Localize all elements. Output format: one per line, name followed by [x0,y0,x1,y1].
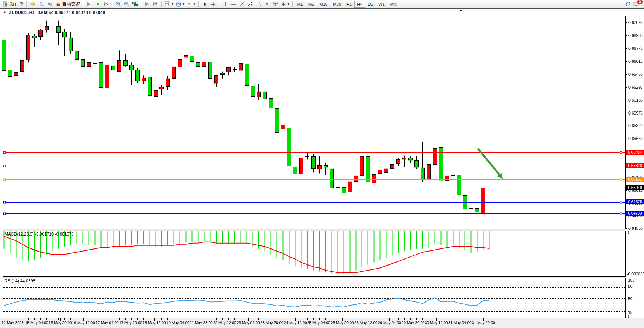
templates-button[interactable]: ▼ [186,0,197,8]
price-axis-tick: 0.65820 [628,123,643,128]
zoom-out-button[interactable] [123,0,131,8]
vertical-line-icon [222,1,228,7]
timeframe-button-h1[interactable]: H1 [344,1,354,8]
time-axis-label: 31 May 20:00 [472,321,495,325]
price-level-badge: 0.65320 [626,163,644,168]
time-axis-label: 12 May 2023 [2,321,24,325]
time-axis-label: 18 May 12:00 [143,321,166,325]
line-chart-icon [103,1,109,7]
timeframe-button-m5[interactable]: M5 [306,1,317,8]
horizontal-line-tool-button[interactable] [230,0,238,8]
timeframe-button-d1[interactable]: D1 [365,1,376,8]
rsi-axis-label-100: 100 [628,278,635,282]
person-icon [38,1,44,7]
community-button[interactable] [37,0,45,8]
svg-text:T: T [274,2,277,6]
toolbar-separator [161,1,162,7]
time-axis-label: 23 May 20:00 [260,321,284,325]
price-axis-tick: 0.66775 [628,46,643,51]
toolbar-separator [112,1,113,7]
timeframe-button-m1[interactable]: M1 [295,1,306,8]
rsi-axis-label-50: 50 [628,296,633,301]
macd-axis-min-label: -0.003853 [627,272,644,276]
chart-title-bar: ▼ AUDUSD-,H4 0.65054 0.65070 0.64979 0.6… [3,10,105,16]
new-order-button[interactable]: 新订单 [2,0,25,8]
time-axis-label: 16 May 12:00 [72,321,95,325]
toolbar-separator [141,1,142,7]
auto-scroll-button[interactable] [143,0,151,8]
label-tool-button[interactable]: T [271,0,280,8]
trendline-icon [239,1,245,7]
symbol-dropdown-icon[interactable]: ▼ [3,11,6,14]
price-axis-tick: 0.66295 [628,85,643,89]
chart-ohlc-values: 0.65054 0.65070 0.64979 0.65049 [38,10,105,15]
autotrading-button[interactable]: 自动交易 [54,0,81,8]
toolbar-separator [198,1,199,7]
text-label-icon: T [273,1,279,7]
market-button[interactable] [45,0,54,8]
toolbar-separator [26,1,27,7]
timeframe-button-m15[interactable]: M15 [317,1,330,8]
line-chart-button[interactable] [102,0,110,8]
chart-canvas[interactable] [0,0,644,328]
price-level-badge: 0.65151 [626,177,644,182]
arrows-icon [281,1,287,7]
time-axis-label: 17 May 04:00 [96,321,119,325]
svg-text:E: E [251,5,253,7]
chat-button[interactable]: 1 [632,0,640,8]
price-axis-tick: 0.67095 [628,20,643,25]
price-axis-tick: 0.66615 [628,59,643,64]
trendline-tool-button[interactable] [238,0,246,8]
time-axis-label: 31 May 04:00 [448,321,472,325]
horizontal-line-icon [231,1,237,7]
fibonacci-tool-button[interactable]: F [255,0,263,8]
zoom-out-icon [124,1,130,7]
macd-axis-zero-label: 0 [628,230,630,235]
time-axis-label: 26 May 12:00 [354,321,378,325]
rsi-axis-label-0: 0 [628,314,630,319]
crosshair-tool-button[interactable] [209,0,217,8]
cursor-tool-button[interactable] [201,0,209,8]
equidistant-channel-icon: E [247,1,253,7]
clock-icon [175,1,182,7]
timeframe-button-mn[interactable]: MN [387,1,399,8]
price-level-badge: 0.64733 [626,211,644,216]
svg-text:A: A [266,2,269,6]
timeframe-group: M1M5M15M30H1H4D1W1MN [295,1,399,8]
text-tool-button[interactable]: A [263,0,271,8]
time-axis-label: 22 May 12:00 [213,321,236,325]
metaeditor-button[interactable] [29,0,37,8]
price-axis-tick: 0.65975 [628,111,643,115]
rsi-indicator-label: RSI(14) 44.0598 [5,279,35,283]
time-axis-label: 23 May 04:00 [237,321,260,325]
periods-button[interactable]: ▼ [175,0,186,8]
tile-windows-button[interactable] [131,0,139,8]
time-axis-label: 29 May 04:00 [378,321,401,325]
text-icon: A [264,1,270,7]
price-level-badge: 0.64875 [626,199,644,204]
timeframe-button-m30[interactable]: M30 [330,1,344,8]
search-icon [625,1,631,7]
search-button[interactable] [623,0,632,8]
time-axis-label: 25 May 20:00 [331,321,354,325]
channel-tool-button[interactable]: E [246,0,255,8]
arrows-tool-button[interactable]: ▼ [280,0,291,8]
candlestick-chart-button[interactable] [94,0,102,8]
chart-shift-marker[interactable]: ▼ [459,9,463,13]
broadcast-icon [46,1,53,7]
mt4-terminal-window: 新订单 自动交易 [0,0,644,328]
chart-shift-button[interactable] [151,0,160,8]
bar-chart-icon [86,1,92,7]
rsi-axis-label-80: 80 [628,284,633,288]
zoom-in-button[interactable] [114,0,123,8]
indicators-dropdown-caret: ▼ [171,2,174,6]
toolbar-separator [83,1,84,7]
bar-chart-button[interactable] [85,0,94,8]
indicators-button[interactable]: ▼ [164,0,175,8]
timeframe-button-h4[interactable]: H4 [354,1,365,8]
timeframe-button-w1[interactable]: W1 [376,1,387,8]
vertical-line-tool-button[interactable] [221,0,230,8]
fibonacci-icon: F [256,1,262,7]
toolbar-separator [292,1,293,7]
price-axis-tick: 0.66455 [628,72,643,76]
